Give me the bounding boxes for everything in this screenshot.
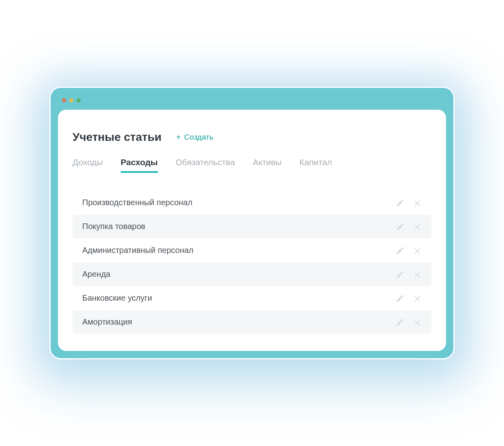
tab-income[interactable]: Доходы xyxy=(73,157,103,173)
edit-icon[interactable] xyxy=(396,318,405,327)
row-actions xyxy=(396,246,422,255)
window-controls xyxy=(58,95,446,110)
list-item-label: Производственный персонал xyxy=(82,198,192,207)
edit-icon[interactable] xyxy=(396,246,405,255)
list-item-label: Аренда xyxy=(82,270,110,279)
page-title: Учетные статьи xyxy=(73,131,162,144)
row-actions xyxy=(396,294,422,303)
close-icon[interactable] xyxy=(413,270,422,279)
list-item-label: Банковские услуги xyxy=(82,293,152,303)
tab-expenses[interactable]: Расходы xyxy=(121,157,158,173)
header-row: Учетные статьи + Создать xyxy=(73,131,431,144)
list-item: Покупка товаров xyxy=(73,215,431,238)
edit-icon[interactable] xyxy=(396,198,405,207)
content-panel: Учетные статьи + Создать Доходы Расходы … xyxy=(58,110,446,351)
tab-capital[interactable]: Капитал xyxy=(299,157,332,173)
create-button[interactable]: + Создать xyxy=(176,133,214,142)
row-actions xyxy=(396,270,422,279)
row-actions xyxy=(396,318,422,327)
row-actions xyxy=(396,222,422,231)
tab-assets[interactable]: Активы xyxy=(253,157,282,173)
list-item-label: Административный персонал xyxy=(82,246,193,255)
edit-icon[interactable] xyxy=(396,294,405,303)
list-item: Производственный персонал xyxy=(73,191,431,215)
close-icon[interactable] xyxy=(413,294,422,303)
tabs: Доходы Расходы Обязательства Активы Капи… xyxy=(73,157,431,173)
create-label: Создать xyxy=(184,133,213,142)
list-item-label: Покупка товаров xyxy=(82,222,145,231)
close-icon[interactable] xyxy=(413,246,422,255)
close-icon[interactable] xyxy=(413,222,422,231)
close-window-icon[interactable] xyxy=(62,98,66,102)
plus-icon: + xyxy=(176,133,181,142)
tab-liabilities[interactable]: Обязательства xyxy=(176,157,235,173)
list-item: Аренда xyxy=(73,262,431,286)
edit-icon[interactable] xyxy=(396,270,405,279)
close-icon[interactable] xyxy=(413,318,422,327)
close-icon[interactable] xyxy=(413,198,422,207)
browser-window: Учетные статьи + Создать Доходы Расходы … xyxy=(49,87,455,359)
edit-icon[interactable] xyxy=(396,222,405,231)
row-actions xyxy=(396,198,422,207)
item-list: Производственный персонал Покупка товаро… xyxy=(73,191,431,334)
list-item-label: Амортизация xyxy=(82,317,132,327)
maximize-window-icon[interactable] xyxy=(77,98,81,102)
minimize-window-icon[interactable] xyxy=(69,98,73,102)
list-item: Амортизация xyxy=(73,310,431,334)
list-item: Банковские услуги xyxy=(73,286,431,310)
list-item: Административный персонал xyxy=(73,238,431,262)
